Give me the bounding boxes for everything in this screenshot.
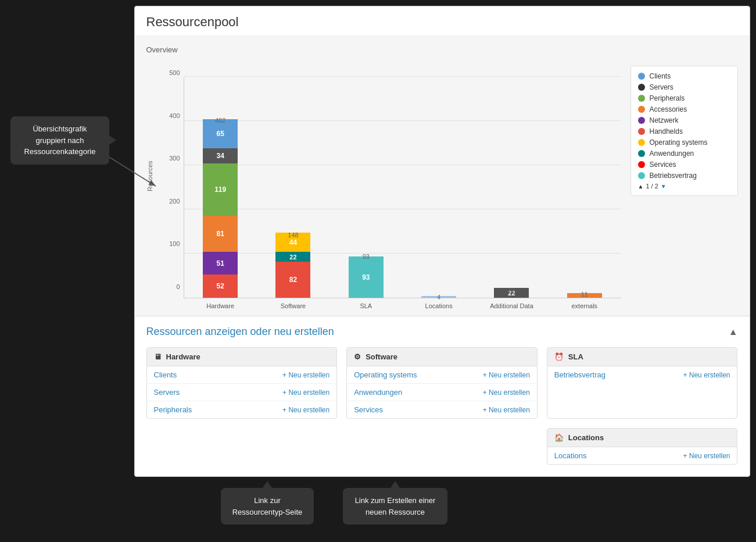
- legend-item-accessories: Accessories: [638, 105, 730, 113]
- card-software: ⚙ Software Operating systems + Neu erste…: [346, 347, 538, 419]
- betriebsvertrag-link[interactable]: Betriebsvertrag: [554, 370, 605, 379]
- legend: Clients Servers Peripherals Accessories: [630, 66, 738, 196]
- legend-item-netzwerk: Netzwerk: [638, 116, 730, 124]
- legend-item-services: Services: [638, 161, 730, 169]
- tooltip-bottom-left: Link zur Ressourcentyp-Seite: [221, 488, 314, 525]
- software-row-anwendungen: Anwendungen + Neu erstellen: [347, 384, 537, 401]
- legend-pagination: 1 / 2: [646, 183, 658, 190]
- services-link[interactable]: Services: [354, 405, 383, 414]
- chart-area: 0 100 200 300 400 500: [163, 60, 621, 298]
- legend-next[interactable]: ▼: [661, 183, 667, 190]
- anwendungen-create[interactable]: + Neu erstellen: [483, 388, 530, 397]
- peripherals-create[interactable]: + Neu erstellen: [282, 406, 329, 414]
- bottom-section: Ressourcen anzeigen oder neu erstellen ▲…: [135, 316, 750, 476]
- software-row-os: Operating systems + Neu erstellen: [347, 366, 537, 384]
- bar-group-additional: 22 22 Additional Data: [475, 77, 548, 298]
- resource-grid: 🖥 Hardware Clients + Neu erstellen Serve…: [146, 347, 738, 465]
- gear-icon: ⚙: [354, 352, 361, 361]
- y-axis-label: Resources: [146, 66, 153, 287]
- legend-item-os: Operating systems: [638, 138, 730, 147]
- card-hardware: 🖥 Hardware Clients + Neu erstellen Serve…: [146, 347, 338, 419]
- bars-area: 402 52 51 81 119 34 65: [184, 77, 621, 298]
- hardware-row-servers: Servers + Neu erstellen: [147, 384, 337, 401]
- legend-item-servers: Servers: [638, 83, 730, 91]
- bar-group-locations: 4 Locations: [402, 77, 475, 298]
- locations-create[interactable]: + Neu erstellen: [683, 452, 730, 460]
- bar-group-software: 148 82 22 44 Software: [257, 77, 329, 298]
- hardware-row-clients: Clients + Neu erstellen: [147, 366, 337, 384]
- chart-title: Overview: [146, 45, 738, 54]
- os-link[interactable]: Operating systems: [354, 370, 417, 379]
- legend-item-handhelds: Handhelds: [638, 127, 730, 136]
- monitor-icon: 🖥: [154, 352, 162, 361]
- card-sla: ⏰ SLA Betriebsvertrag + Neu erstellen: [547, 347, 738, 419]
- anwendungen-link[interactable]: Anwendungen: [354, 388, 402, 397]
- page-title: Ressourcenpool: [135, 6, 750, 36]
- sla-row-betriebsvertrag: Betriebsvertrag + Neu erstellen: [547, 366, 737, 383]
- legend-item-anwendungen: Anwendungen: [638, 149, 730, 158]
- legend-prev[interactable]: ▲: [638, 183, 644, 190]
- bar-group-hardware: 402 52 51 81 119 34 65: [184, 77, 257, 298]
- legend-item-peripherals: Peripherals: [638, 94, 730, 102]
- servers-create[interactable]: + Neu erstellen: [282, 388, 329, 397]
- clients-create[interactable]: + Neu erstellen: [282, 371, 329, 379]
- services-create[interactable]: + Neu erstellen: [483, 406, 530, 414]
- main-container: Ressourcenpool Overview Resources 0 100: [134, 6, 750, 477]
- betriebsvertrag-create[interactable]: + Neu erstellen: [683, 371, 730, 379]
- clock-icon: ⏰: [554, 352, 564, 361]
- servers-link[interactable]: Servers: [154, 388, 180, 397]
- tooltip-left: Übersichtsgrafik gruppiert nach Ressourc…: [10, 116, 109, 165]
- chart-section: Overview Resources 0 100 200 300: [135, 36, 750, 316]
- home-icon: 🏠: [554, 433, 564, 442]
- os-create[interactable]: + Neu erstellen: [483, 371, 530, 379]
- peripherals-link[interactable]: Peripherals: [154, 405, 192, 414]
- collapse-button[interactable]: ▲: [729, 327, 738, 337]
- locations-link[interactable]: Locations: [554, 451, 587, 460]
- clients-link[interactable]: Clients: [154, 370, 177, 379]
- legend-item-clients: Clients: [638, 72, 730, 80]
- locations-row: Locations + Neu erstellen: [547, 447, 737, 464]
- bar-group-sla: 93 93 SLA: [329, 77, 402, 298]
- software-row-services: Services + Neu erstellen: [347, 401, 537, 418]
- section-title: Ressourcen anzeigen oder neu erstellen: [146, 326, 334, 338]
- bar-group-externals: 11 externals: [548, 77, 621, 298]
- legend-item-betriebsvertrag: Betriebsvertrag: [638, 172, 730, 180]
- hardware-row-peripherals: Peripherals + Neu erstellen: [147, 401, 337, 418]
- tooltip-bottom-right: Link zum Erstellen einer neuen Ressource: [343, 488, 447, 525]
- card-locations: 🏠 Locations Locations + Neu erstellen: [547, 428, 738, 465]
